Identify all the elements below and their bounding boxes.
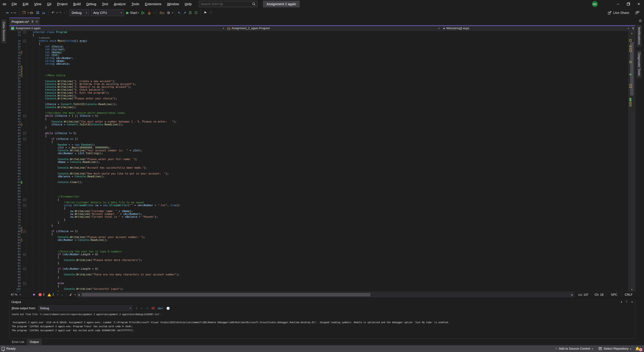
close-button[interactable]: ✕ xyxy=(634,0,644,8)
column-indicator[interactable]: Ch: 18 xyxy=(592,293,606,297)
pin-tab-icon[interactable] xyxy=(31,20,34,23)
data-sources-tab[interactable]: Data Sources xyxy=(1,19,6,43)
previous-issue-button[interactable]: ↑ xyxy=(56,292,60,298)
fold-collapse-icon[interactable]: − xyxy=(23,268,26,270)
navigate-next-button[interactable]: ↗ xyxy=(182,9,188,16)
menu-item-git[interactable]: Git xyxy=(44,0,54,8)
solution-explorer-sync-button[interactable]: ⧉ xyxy=(166,9,171,16)
fold-collapse-icon[interactable]: − xyxy=(23,230,26,233)
member-dropdown[interactable]: ◆ Main(string[] args) ▾ xyxy=(442,26,631,31)
start-without-debugging-button[interactable]: ▷ xyxy=(140,9,146,16)
redo-button[interactable]: ↷ xyxy=(58,9,63,16)
account-avatar[interactable]: MC xyxy=(592,1,598,7)
menu-item-analyze[interactable]: Analyze xyxy=(111,0,129,8)
restore-button[interactable] xyxy=(623,0,634,8)
timestamp-icon[interactable]: 🕓 xyxy=(166,307,170,310)
intellicode-icon[interactable]: ✸ xyxy=(31,292,37,298)
error-count-button[interactable]: ✕ 0 xyxy=(37,292,46,298)
menu-item-test[interactable]: Test xyxy=(99,0,111,8)
fold-collapse-icon[interactable]: − xyxy=(23,40,26,42)
notifications-tab[interactable]: Notifications xyxy=(636,25,642,47)
navigate-cursor-button[interactable]: ↖ xyxy=(176,9,182,16)
fold-collapse-icon[interactable]: − xyxy=(23,253,26,256)
save-all-button[interactable]: 🗂 xyxy=(41,9,47,16)
navigate-forward-button[interactable]: ➡ xyxy=(12,9,18,16)
next-issue-button[interactable]: ↓ xyxy=(60,292,64,298)
notifications-bell-icon[interactable]: 🔔2 xyxy=(635,347,641,351)
project-dropdown[interactable]: C# Assignment 2 again ▾ xyxy=(9,26,226,31)
toolbar-grip[interactable]: ⋮ xyxy=(2,11,5,14)
close-tab-icon[interactable]: ✕ xyxy=(36,20,38,23)
search-icon[interactable] xyxy=(252,2,256,6)
save-button[interactable]: 🖫 xyxy=(35,9,41,16)
solution-explorer-sync-caret[interactable]: ▾ xyxy=(172,11,173,14)
output-text-area[interactable]: Could not find file 'C:\Users\Owner\sour… xyxy=(10,312,635,337)
bookmark-button[interactable]: ⚑ xyxy=(202,9,208,16)
solution-platform-dropdown[interactable]: Any CPU▾ xyxy=(91,9,124,16)
menu-item-edit[interactable]: Edit xyxy=(20,0,31,8)
live-share-button[interactable]: Live Share xyxy=(612,9,630,16)
clear-all-icon[interactable]: ⌧ xyxy=(152,307,155,310)
search-input[interactable] xyxy=(200,2,252,6)
panel-options-icon[interactable]: ▾ xyxy=(621,301,622,304)
scroll-left-arrow[interactable]: ◀ xyxy=(77,292,81,298)
spaces-indicator[interactable]: SPC xyxy=(606,292,622,297)
warning-count-button[interactable]: 2 xyxy=(46,292,55,298)
fold-collapse-icon[interactable]: − xyxy=(23,132,26,135)
minimize-button[interactable]: ─ xyxy=(613,0,623,8)
bookmark-next-button[interactable]: ⚐ xyxy=(208,9,214,16)
new-project-button[interactable]: ❐ xyxy=(21,9,27,16)
goto-message-icon[interactable]: ⚲ xyxy=(136,307,138,310)
solution-configuration-dropdown[interactable]: Debug▾ xyxy=(70,9,89,16)
document-tab-program-cs[interactable]: Program.cs* ✕ xyxy=(9,17,40,25)
bottom-tab-output[interactable]: Output xyxy=(27,339,42,345)
code-cleanup-caret[interactable]: ▾ xyxy=(75,294,76,296)
start-debugging-button[interactable]: ▶ Start▾ xyxy=(125,9,140,16)
type-dropdown[interactable]: {·} Assignment_2_again.Program ▾ xyxy=(226,26,442,31)
navigate-back-button[interactable]: ⬅ xyxy=(5,9,10,16)
codelens-references[interactable]: 0 references xyxy=(39,36,50,39)
fold-collapse-icon[interactable]: − xyxy=(23,204,26,207)
comment-lines-button[interactable]: ☷ xyxy=(193,9,199,16)
panel-splitter[interactable] xyxy=(9,298,636,299)
next-message-icon[interactable]: ⇒ xyxy=(146,307,148,310)
horizontal-scrollbar[interactable]: ◀ ▶ xyxy=(77,292,574,298)
word-wrap-icon[interactable]: ab↵ xyxy=(158,307,163,310)
diagnostic-tools-tab[interactable]: Diagnostic Tools xyxy=(636,50,642,78)
search-box[interactable] xyxy=(199,1,257,7)
menu-item-build[interactable]: Build xyxy=(70,0,84,8)
menu-item-tools[interactable]: Tools xyxy=(129,0,142,8)
undo-button[interactable]: ↶ xyxy=(50,9,56,16)
menu-item-project[interactable]: Project xyxy=(54,0,70,8)
output-panel-header[interactable]: Output ▾ ⊤ ✕ xyxy=(10,299,635,305)
feedback-icon[interactable] xyxy=(635,11,639,15)
vertical-scrollbar[interactable]: ▲ ▼ xyxy=(628,31,636,292)
scroll-down-arrow[interactable]: ▼ xyxy=(628,287,636,292)
previous-message-icon[interactable]: ⇐ xyxy=(141,307,143,310)
performance-profiler-button[interactable]: 🔥 xyxy=(146,9,153,16)
select-repository-button[interactable]: Select Repository ▴ xyxy=(597,347,633,351)
find-in-files-button[interactable]: 🗀⌕ xyxy=(158,9,166,16)
menu-item-file[interactable]: File xyxy=(9,0,20,8)
live-share-icon[interactable] xyxy=(608,11,612,15)
fold-collapse-icon[interactable]: − xyxy=(23,282,26,285)
bottom-tab-error-list[interactable]: Error List xyxy=(9,339,27,345)
line-indicator[interactable]: Ln: 147 xyxy=(576,293,592,297)
horizontal-scrollbar-thumb[interactable] xyxy=(82,293,370,296)
gear-icon[interactable]: ⚙ xyxy=(636,19,644,23)
open-file-button[interactable]: 🗁 xyxy=(29,9,35,16)
menu-item-window[interactable]: Window xyxy=(164,0,182,8)
output-source-dropdown[interactable]: Debug▾ xyxy=(38,306,132,311)
panel-close-icon[interactable]: ✕ xyxy=(631,301,633,304)
code-cleanup-button[interactable]: 🖌 xyxy=(68,292,74,298)
fold-collapse-icon[interactable]: − xyxy=(23,31,26,33)
menu-item-view[interactable]: View xyxy=(31,0,44,8)
zoom-dropdown[interactable]: 67 %▾ xyxy=(9,293,31,296)
scroll-up-arrow[interactable]: ▲ xyxy=(628,31,636,35)
eol-indicator[interactable]: CRLF xyxy=(622,293,636,297)
redo-caret[interactable]: ▾ xyxy=(64,11,65,14)
indent-lines-button[interactable]: ☰ xyxy=(188,9,193,16)
menu-item-extensions[interactable]: Extensions xyxy=(142,0,164,8)
scroll-right-arrow[interactable]: ▶ xyxy=(570,292,574,298)
fold-collapse-icon[interactable]: − xyxy=(23,138,26,140)
